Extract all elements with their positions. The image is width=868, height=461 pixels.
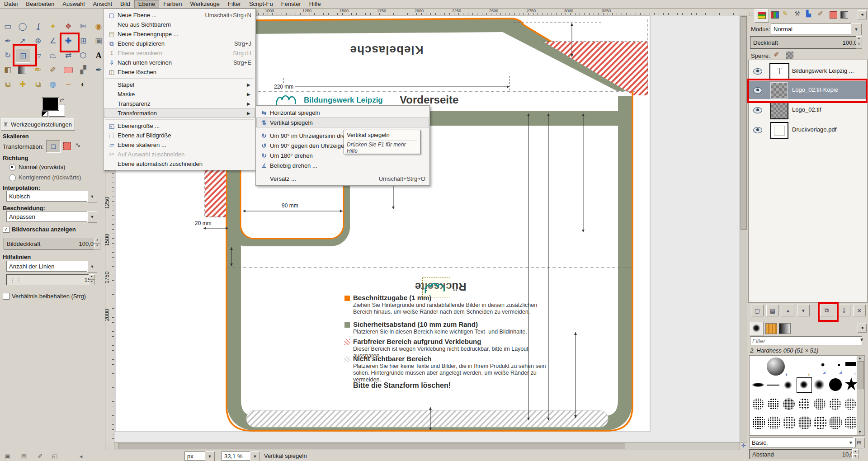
visibility-icon[interactable] [753, 68, 762, 75]
brush-filter-arrow-icon[interactable]: ▼ [859, 337, 864, 342]
visibility-icon[interactable] [753, 107, 762, 113]
layer-name[interactable]: Bildungswerk Leipzig ... [792, 67, 854, 74]
radio-direction-normal[interactable] [9, 164, 16, 171]
tool-fuzzy-select-icon[interactable]: ✦ [46, 20, 60, 33]
swap-colors-icon[interactable]: ⇄ [60, 97, 64, 103]
tool-smudge-icon[interactable]: ∽ [61, 78, 75, 91]
tab-tool-options[interactable]: Werkzeugeinstellungen [1, 118, 75, 131]
interpolation-select-arrow[interactable]: ▼ [87, 191, 97, 202]
menu-filter[interactable]: Filter [224, 0, 245, 8]
menu-fenster[interactable]: Fenster [277, 0, 305, 8]
zoom-select-arrow[interactable]: ▼ [250, 452, 260, 461]
menuitem-nach-unten-vereinen[interactable]: ⇓Nach unten vereinenStrg+E [104, 58, 255, 67]
raise-layer-button[interactable]: ▲ [782, 305, 794, 316]
delete-layer-button[interactable]: ✕ [853, 305, 866, 316]
lower-layer-button[interactable]: ▼ [797, 305, 810, 316]
tool-free-select-icon[interactable]: ʆ [31, 20, 45, 33]
menuitem-neue-ebenengruppe[interactable]: ▤Neue Ebenengruppe ... [104, 29, 255, 39]
guides-type-select[interactable]: Anzahl der Linien [6, 261, 92, 272]
menu-script-fu[interactable]: Script-Fu [245, 0, 277, 8]
dock-menu-icon[interactable]: ◂ [76, 452, 86, 460]
unit-select-arrow[interactable]: ▼ [205, 452, 215, 461]
histogram-dialog-icon[interactable]: ▙ [806, 10, 811, 17]
tool-airbrush-icon[interactable]: ▞ [76, 63, 90, 76]
images-dialog-icon[interactable]: ▣ [3, 452, 13, 460]
menu-auswahl[interactable]: Auswahl [58, 0, 89, 8]
vertical-scrollbar-thumb[interactable] [741, 16, 747, 230]
menuitem-stapel[interactable]: Stapel▶ [104, 80, 255, 89]
menuitem-maske[interactable]: Maske▶ [104, 89, 255, 99]
brush-filter-input[interactable] [750, 336, 862, 345]
menuitem-auf-auswahl-zuschneiden[interactable]: ✄Auf Auswahl zuschneiden [104, 150, 255, 159]
anchor-layer-button[interactable]: ↧ [838, 305, 850, 316]
clipping-select[interactable]: Anpassen [6, 211, 92, 222]
menuitem-ebene-skalieren[interactable]: ▱Ebene skalieren ... [104, 140, 255, 150]
document-history-icon[interactable]: ▤ [19, 452, 29, 460]
default-colors-icon[interactable] [42, 111, 48, 117]
menu-hilfe[interactable]: Hilfe [305, 0, 325, 8]
patterns-dialog-icon[interactable] [830, 11, 837, 19]
menu-bild[interactable]: Bild [116, 0, 134, 8]
guides-count-slider[interactable]: ⋮⋮ 15 [6, 274, 94, 285]
transform-path-icon[interactable]: ∿ [75, 141, 81, 149]
tab-layers-dialog[interactable] [755, 9, 769, 23]
radio-direction-corrective[interactable] [9, 174, 16, 181]
image-opacity-slider[interactable]: Bilddeckkraft 100,0 [4, 238, 97, 249]
menuitem-ebene-duplizieren[interactable]: ⧉Ebene duplizierenStrg+J [104, 39, 255, 48]
menuitem-ebenengroesse[interactable]: ◱Ebenengröße ... [104, 121, 255, 131]
menu-werkzeuge[interactable]: Werkzeuge [186, 0, 224, 8]
tools-dialog-icon[interactable]: ⚒ [794, 10, 800, 17]
opacity-slider[interactable]: Deckkraft 100,0 [750, 36, 860, 49]
image-opacity-spinners[interactable]: ▲▼ [94, 238, 100, 249]
tool-perspective-icon[interactable]: ⏢ [46, 49, 60, 62]
menu-datei[interactable]: Datei [0, 0, 22, 8]
new-layer-button[interactable]: ▢ [751, 305, 764, 316]
scroll-down-icon[interactable]: ▼ [858, 430, 862, 434]
brushes-collapse-button[interactable]: ◂ [858, 324, 867, 333]
brush-scroll-thumb[interactable] [858, 361, 864, 389]
menuitem-ebene-loeschen[interactable]: ◫Ebene löschen [104, 67, 255, 77]
layer-name[interactable]: Logo_02.tif [792, 106, 821, 113]
tab-brushes[interactable] [750, 322, 764, 335]
guides-type-select-arrow[interactable]: ▼ [87, 261, 97, 273]
tool-select-by-color-icon[interactable]: ❖ [61, 20, 75, 33]
dock-collapse-button[interactable]: ◂ [858, 10, 867, 19]
transform-layer-button[interactable]: ❏ [46, 140, 61, 153]
horizontal-scrollbar-thumb[interactable] [118, 443, 625, 449]
brush-grid-scrollbar[interactable]: ▲ ▼ [857, 355, 865, 436]
menuitem-ebene-verankern[interactable]: ↧Ebene verankernStrg+H [104, 48, 255, 58]
opacity-spinners[interactable]: ▲▼ [856, 36, 862, 49]
menuitem-versatz[interactable]: Versatz ...Umschalt+Strg+O [256, 174, 429, 183]
layer-row-bildungswerk[interactable]: T Bildungswerk Leipzig ... [749, 62, 866, 80]
interpolation-select[interactable]: Kubisch [6, 191, 92, 202]
menuitem-transformation[interactable]: Transformation▶ [104, 108, 255, 118]
menu-farben[interactable]: Farben [159, 0, 186, 8]
menuitem-vertikal-spiegeln[interactable]: ⇅Vertikal spiegeln [256, 118, 429, 127]
checkbox-preview[interactable]: ✓ [3, 226, 9, 233]
menu-ansicht[interactable]: Ansicht [89, 0, 116, 8]
menuitem-neu-aus-sichtbarem[interactable]: Neu aus Sichtbarem [104, 20, 255, 29]
horizontal-scrollbar[interactable] [114, 442, 741, 450]
tool-scissors-select-icon[interactable]: ✄ [76, 20, 90, 33]
layer-name[interactable]: Druckvorlage.pdf [792, 126, 836, 133]
tool-blur-icon[interactable]: ◍ [46, 78, 60, 91]
spacing-spinners[interactable]: ▲▼ [852, 449, 859, 459]
layer-row-logo[interactable]: Logo_02.tif [749, 101, 866, 119]
tab-gradients[interactable] [779, 323, 791, 334]
error-console-icon[interactable]: ◱ [50, 452, 60, 460]
paths-dialog-icon[interactable]: ✎ [783, 10, 788, 17]
lock-alpha-icon[interactable] [786, 52, 793, 59]
preset-menu-button[interactable]: ▤ [853, 437, 865, 448]
clipping-select-arrow[interactable]: ▼ [87, 211, 97, 223]
menu-bearbeiten[interactable]: Bearbeiten [22, 0, 58, 8]
mode-select[interactable]: Normal [771, 24, 856, 34]
checkbox-keep-ratio[interactable] [3, 293, 9, 300]
tool-clone-icon[interactable]: ⧉ [1, 78, 14, 91]
tool-paintbrush-icon[interactable]: ✐ [46, 63, 60, 76]
tool-heal-icon[interactable]: ✚ [16, 78, 29, 91]
menu-ebene[interactable]: Ebene [134, 0, 160, 8]
brushes-dialog-icon[interactable]: ✐ [818, 10, 823, 17]
new-layer-group-button[interactable]: ▤ [766, 305, 779, 316]
transform-selection-icon[interactable] [63, 142, 71, 150]
lock-pixels-icon[interactable]: ✐ [774, 51, 779, 59]
